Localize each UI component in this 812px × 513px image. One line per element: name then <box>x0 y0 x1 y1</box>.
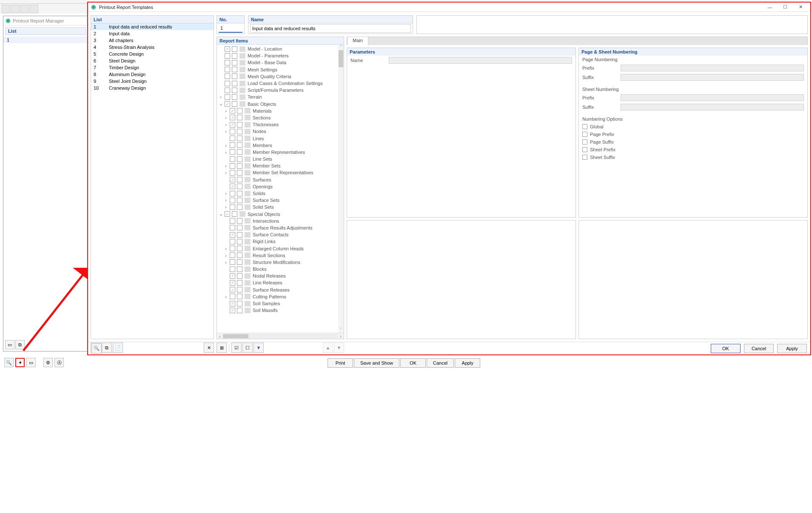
tree-checkbox[interactable] <box>230 308 235 313</box>
tree-item[interactable]: Mesh Quality Criteria <box>217 73 344 80</box>
toolbar-btn[interactable] <box>2 5 10 13</box>
apply-button-bg[interactable]: Apply <box>455 358 480 368</box>
tree-checkbox-2[interactable] <box>237 294 242 299</box>
expand-icon[interactable]: › <box>223 170 229 175</box>
tree-checkbox[interactable] <box>225 101 230 107</box>
template-list-row[interactable]: 4Stress-Strain Analysis <box>91 44 214 51</box>
tree-item[interactable]: Load Cases & Combination Settings <box>217 80 344 87</box>
tree-checkbox-2[interactable] <box>232 74 237 79</box>
tree-item[interactable]: Line Releases <box>217 279 344 286</box>
tree-item[interactable]: Surface Releases <box>217 286 344 293</box>
tree-item[interactable]: Lines <box>217 135 344 142</box>
tree-checkbox-2[interactable] <box>237 191 242 196</box>
sheet-prefix-input[interactable] <box>621 94 804 101</box>
tree-checkbox[interactable] <box>230 142 235 148</box>
expand-icon[interactable]: › <box>218 94 224 99</box>
option-checkbox[interactable] <box>582 155 587 160</box>
sheet-suffix-input[interactable] <box>621 104 804 111</box>
tree-checkbox-2[interactable] <box>237 129 242 134</box>
template-list-row[interactable]: 6Steel Design <box>91 57 214 64</box>
tree-checkbox-2[interactable] <box>232 88 237 93</box>
expand-icon[interactable]: › <box>223 198 229 203</box>
template-list-row[interactable]: 3All chapters <box>91 37 214 44</box>
tree-checkbox[interactable] <box>230 198 235 203</box>
tree-item[interactable]: ›Member Set Representatives <box>217 169 344 176</box>
tree-item[interactable]: ›Cutting Patterns <box>217 293 344 300</box>
tree-checkbox[interactable] <box>230 218 235 224</box>
export-button[interactable]: ▭ <box>26 358 36 367</box>
tree-item[interactable]: Surface Contacts <box>217 231 344 238</box>
tree-checkbox[interactable] <box>230 156 235 162</box>
tree-item[interactable]: Surface Results Adjustments <box>217 224 344 231</box>
tree-checkbox[interactable] <box>230 115 235 120</box>
tree-checkbox[interactable] <box>230 191 235 196</box>
expand-icon[interactable]: › <box>223 294 229 299</box>
tree-checkbox-2[interactable] <box>237 184 242 189</box>
ok-button-bg[interactable]: OK <box>400 358 426 368</box>
tree-checkbox[interactable] <box>230 266 235 272</box>
apply-button[interactable]: Apply <box>777 344 807 353</box>
tree-checkbox-2[interactable] <box>237 170 242 176</box>
tree-item[interactable]: Nodal Releases <box>217 272 344 279</box>
tree-checkbox[interactable] <box>230 301 235 306</box>
tree-checkbox[interactable] <box>230 170 235 176</box>
tree-hscrollbar[interactable]: ‹ › <box>217 333 344 339</box>
tree-checkbox-2[interactable] <box>232 94 237 100</box>
save-show-button[interactable]: Save and Show <box>354 358 399 368</box>
page-prefix-input[interactable] <box>621 65 804 71</box>
ok-button[interactable]: OK <box>711 344 741 353</box>
tree-checkbox[interactable] <box>230 163 235 169</box>
vscroll-thumb[interactable] <box>339 50 343 67</box>
tree-checkbox[interactable] <box>230 239 235 244</box>
tree-checkbox[interactable] <box>225 53 230 59</box>
cancel-button-bg[interactable]: Cancel <box>427 358 454 368</box>
report-items-tree[interactable]: Model - LocationModel - ParametersModel … <box>217 45 344 333</box>
no-input[interactable] <box>219 24 242 33</box>
expand-icon[interactable]: ⌄ <box>218 211 224 217</box>
option-checkbox[interactable] <box>582 132 587 137</box>
tree-item[interactable]: Surfaces <box>217 176 344 183</box>
tree-checkbox-2[interactable] <box>237 273 242 279</box>
tree-checkbox[interactable] <box>225 81 230 86</box>
tree-checkbox[interactable] <box>225 60 230 65</box>
tree-checkbox-2[interactable] <box>237 198 242 203</box>
minimize-button[interactable]: — <box>763 3 777 11</box>
name-input[interactable] <box>250 24 411 33</box>
tree-item[interactable]: ›Surface Sets <box>217 197 344 204</box>
tree-checkbox-2[interactable] <box>237 136 242 141</box>
tree-item[interactable]: Rigid Links <box>217 238 344 245</box>
tree-checkbox-2[interactable] <box>232 60 237 65</box>
template-list-row[interactable]: 7Timber Design <box>91 64 214 71</box>
expand-icon[interactable]: › <box>223 115 229 120</box>
tree-item[interactable]: Soil Samples <box>217 300 344 307</box>
tree-item[interactable]: ›Materials <box>217 108 344 114</box>
tree-checkbox-2[interactable] <box>237 266 242 272</box>
tree-checkbox-2[interactable] <box>237 142 242 148</box>
tree-item[interactable]: Line Sets <box>217 156 344 162</box>
tree-item[interactable]: Model - Base Data <box>217 59 344 66</box>
expand-icon[interactable]: › <box>223 253 229 258</box>
tree-checkbox-2[interactable] <box>232 211 237 217</box>
tree-item[interactable]: Blocks <box>217 266 344 272</box>
copy-button[interactable]: ⧉ <box>15 340 25 349</box>
new-button[interactable]: ▭ <box>5 340 14 349</box>
scroll-left-icon[interactable]: ‹ <box>217 334 223 339</box>
expand-icon[interactable]: › <box>223 204 229 210</box>
numbering-option-row[interactable]: Page Suffix <box>579 138 807 146</box>
toolbar-btn[interactable] <box>11 5 20 13</box>
option-checkbox[interactable] <box>582 139 587 145</box>
expand-icon[interactable]: › <box>223 260 229 265</box>
tree-checkbox[interactable] <box>230 232 235 238</box>
templates-button[interactable]: ✦ <box>15 358 25 367</box>
tree-checkbox-2[interactable] <box>237 149 242 155</box>
tree-item[interactable]: Openings <box>217 183 344 190</box>
template-list-row[interactable]: 8Aluminum Design <box>91 71 214 78</box>
template-list-row[interactable]: 5Concrete Design <box>91 51 214 57</box>
template-list-row[interactable]: 2Input data <box>91 30 214 37</box>
tree-item[interactable]: ›Sections <box>217 114 344 121</box>
tree-checkbox-2[interactable] <box>237 177 242 182</box>
tree-checkbox-2[interactable] <box>232 67 237 72</box>
tree-checkbox-2[interactable] <box>237 252 242 258</box>
template-list-row[interactable]: 9Steel Joint Design <box>91 78 214 85</box>
tree-checkbox[interactable] <box>230 129 235 134</box>
